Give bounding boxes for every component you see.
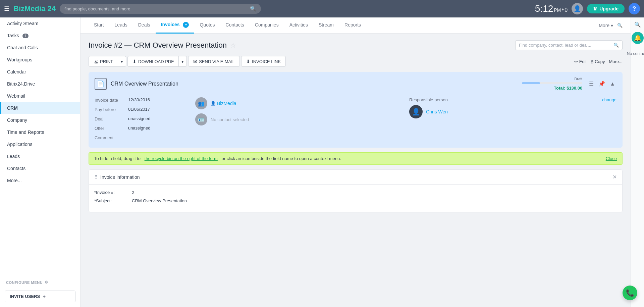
app-layout: Activity Stream Tasks 1 Chat and Calls W… bbox=[0, 17, 644, 307]
tab-invoices[interactable]: Invoices + bbox=[156, 17, 195, 34]
company-contact: 👥 👤 BizMedia bbox=[195, 97, 402, 109]
pin-button[interactable]: 📌 bbox=[597, 80, 606, 88]
offer-row: Offer unassigned bbox=[95, 125, 189, 131]
sidebar-item-crm[interactable]: CRM bbox=[0, 102, 80, 114]
sidebar-item-more[interactable]: More... bbox=[0, 174, 80, 187]
sidebar-right-search-icon[interactable]: 🔍 bbox=[634, 21, 641, 28]
print-icon: 🖨 bbox=[94, 59, 98, 64]
responsible-label: Responsible person bbox=[409, 97, 448, 102]
help-label: ? bbox=[633, 5, 636, 12]
sidebar-item-chat-calls[interactable]: Chat and Calls bbox=[0, 42, 80, 54]
tab-contacts[interactable]: Contacts bbox=[220, 17, 250, 33]
action-bar-right: ✏ Edit ⎘ Copy More... bbox=[574, 59, 623, 64]
invoice-status: Draft Total: $130.00 bbox=[522, 77, 582, 91]
find-bar: 🔍 bbox=[515, 40, 623, 50]
tasks-badge: 1 bbox=[22, 34, 29, 38]
clock-time: 5:12 bbox=[535, 3, 553, 14]
contact-person: 🪪 No contact selected bbox=[195, 113, 402, 125]
hint-bar: To hide a field, drag it to the recycle … bbox=[89, 152, 623, 165]
invoice-card-actions: ☰ 📌 ▲ bbox=[588, 80, 616, 88]
send-email-button[interactable]: ✉ SEND VIA E-MAIL bbox=[188, 56, 240, 67]
sidebar-item-time-reports[interactable]: Time and Reports bbox=[0, 126, 80, 138]
brand-number: 24 bbox=[47, 4, 55, 13]
sidebar-item-tasks[interactable]: Tasks 1 bbox=[0, 30, 80, 42]
hint-link[interactable]: the recycle bin on the right of the form bbox=[145, 156, 218, 161]
deal-row: Deal unassigned bbox=[95, 116, 189, 121]
no-contacts-label: - No contacts - bbox=[621, 48, 644, 59]
section-body: *Invoice #: 2 *Subject: CRM Overview Pre… bbox=[89, 185, 622, 212]
find-input[interactable] bbox=[519, 43, 611, 48]
list-view-button[interactable]: ☰ bbox=[588, 80, 595, 88]
sidebar-item-webmail[interactable]: Webmail bbox=[0, 90, 80, 102]
invite-users-button[interactable]: INVITE USERS + bbox=[5, 291, 75, 302]
copy-icon: ⎘ bbox=[591, 59, 593, 64]
tab-deals[interactable]: Deals bbox=[133, 17, 156, 33]
sidebar-item-calendar[interactable]: Calendar bbox=[0, 66, 80, 78]
sidebar-item-bitrix-drive[interactable]: Bitrix24.Drive bbox=[0, 78, 80, 90]
section-header: ⠿ Invoice information ✕ bbox=[89, 170, 622, 185]
tab-activities[interactable]: Activities bbox=[284, 17, 313, 33]
action-bar: 🖨 PRINT ▾ ⬇ DOWNLOAD PDF ▾ ✉ SEND VIA E-… bbox=[89, 56, 623, 67]
tab-leads[interactable]: Leads bbox=[109, 17, 133, 33]
collapse-button[interactable]: ▲ bbox=[608, 80, 616, 88]
status-total: Total: $130.00 bbox=[554, 86, 582, 91]
invoice-details: Invoice date 12/30/2016 Pay before 01/06… bbox=[95, 95, 616, 143]
notification-bell-button[interactable]: 🔔 bbox=[632, 32, 644, 44]
crown-icon: ♛ bbox=[593, 6, 597, 11]
print-group: 🖨 PRINT ▾ bbox=[89, 56, 126, 67]
phone-button[interactable]: 📞 bbox=[623, 286, 637, 300]
tab-companies[interactable]: Companies bbox=[250, 17, 284, 33]
sidebar-right: 🔍 🔔 - No contacts - bbox=[631, 17, 644, 307]
edit-link[interactable]: ✏ Edit bbox=[574, 59, 587, 64]
company-name[interactable]: 👤 BizMedia bbox=[211, 101, 236, 106]
deal-value: unassigned bbox=[128, 116, 151, 121]
print-dropdown-button[interactable]: ▾ bbox=[118, 56, 126, 67]
section-close-button[interactable]: ✕ bbox=[612, 174, 617, 180]
contact-icon: 🪪 bbox=[195, 113, 207, 125]
responsible-avatar: 👤 bbox=[409, 105, 423, 118]
tab-stream[interactable]: Stream bbox=[313, 17, 339, 33]
pay-before-row: Pay before 01/06/2017 bbox=[95, 107, 189, 112]
configure-menu[interactable]: CONFIGURE MENU ⚙ bbox=[0, 277, 80, 288]
contact-section: 👥 👤 BizMedia 🪪 No contact selected bbox=[195, 97, 402, 140]
notification-count: 0 bbox=[565, 7, 568, 13]
tab-reports[interactable]: Reports bbox=[339, 17, 366, 33]
more-link[interactable]: More... bbox=[609, 59, 623, 64]
sidebar-item-company[interactable]: Company bbox=[0, 114, 80, 126]
sidebar-item-activity-stream[interactable]: Activity Stream bbox=[0, 17, 80, 30]
sidebar-item-contacts[interactable]: Contacts bbox=[0, 162, 80, 174]
copy-link[interactable]: ⎘ Copy bbox=[591, 59, 605, 64]
star-icon[interactable]: ☆ bbox=[230, 41, 236, 49]
page-content: Invoice #2 — CRM Overview Presentation ☆… bbox=[80, 34, 631, 224]
global-search: 🔍 bbox=[60, 4, 261, 14]
hint-close-button[interactable]: Close bbox=[606, 156, 617, 161]
download-icon: ⬇ bbox=[132, 59, 137, 64]
tab-start[interactable]: Start bbox=[89, 17, 109, 33]
hamburger-icon[interactable]: ☰ bbox=[4, 5, 9, 12]
download-pdf-button[interactable]: ⬇ DOWNLOAD PDF bbox=[127, 56, 179, 67]
sidebar-item-leads[interactable]: Leads bbox=[0, 150, 80, 162]
email-icon: ✉ bbox=[193, 59, 197, 64]
drag-handle-icon[interactable]: ⠿ bbox=[94, 174, 98, 180]
responsible-change-button[interactable]: change bbox=[602, 97, 616, 102]
detail-group-left: Invoice date 12/30/2016 Pay before 01/06… bbox=[95, 97, 189, 140]
pdf-dropdown-button[interactable]: ▾ bbox=[178, 56, 187, 67]
tab-more[interactable]: More ▾ bbox=[599, 23, 613, 28]
search-icon-nav[interactable]: 🔍 bbox=[617, 23, 623, 28]
status-label: Draft bbox=[522, 77, 582, 81]
invite-label: INVITE USERS bbox=[10, 294, 40, 299]
upgrade-button[interactable]: ♛ Upgrade bbox=[587, 4, 625, 13]
sidebar-item-applications[interactable]: Applications bbox=[0, 138, 80, 150]
tab-add-button[interactable]: + bbox=[183, 22, 189, 28]
user-avatar[interactable]: 👤 bbox=[572, 3, 583, 14]
search-input[interactable] bbox=[64, 6, 247, 11]
section-title: ⠿ Invoice information bbox=[94, 174, 140, 180]
brand-logo[interactable]: BizMedia 24 bbox=[13, 4, 56, 13]
print-button[interactable]: 🖨 PRINT bbox=[89, 56, 118, 67]
invoice-info-section: ⠿ Invoice information ✕ *Invoice #: 2 *S… bbox=[89, 169, 623, 212]
responsible-name[interactable]: Chris Wen bbox=[426, 109, 448, 114]
tab-quotes[interactable]: Quotes bbox=[194, 17, 220, 33]
invoice-link-button[interactable]: ⬇ INVOICE LINK bbox=[241, 56, 286, 67]
help-button[interactable]: ? bbox=[629, 3, 640, 14]
sidebar-item-workgroups[interactable]: Workgroups bbox=[0, 54, 80, 66]
